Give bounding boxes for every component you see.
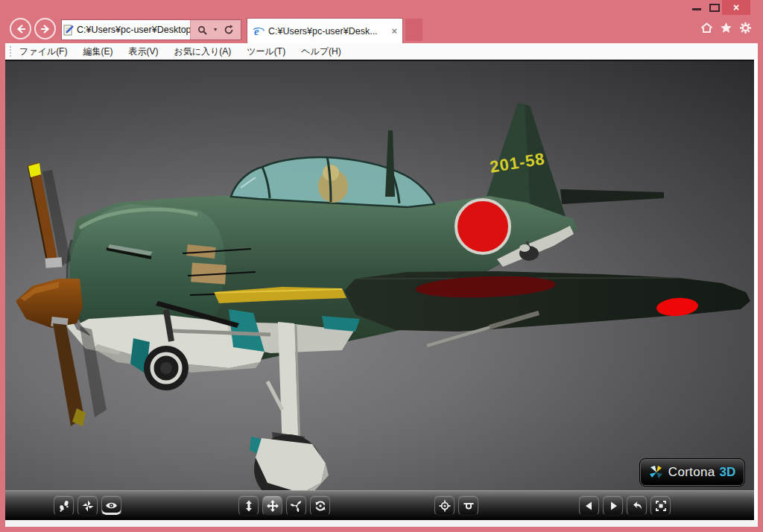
antenna-mast [385,130,395,197]
walk-icon [58,500,70,512]
tab-title: C:¥Users¥pc-user¥Desk... [268,26,387,37]
cortona-3d-text: 3D [719,465,735,480]
browser-tab[interactable]: e C:¥Users¥pc-user¥Desk... × [247,18,403,43]
back-arrow-icon [15,23,27,35]
forward-button[interactable] [34,18,56,39]
settings-gear-icon[interactable] [739,22,752,34]
examine-button[interactable] [101,495,121,516]
menu-edit[interactable]: 編集(E) [81,44,114,60]
favorites-star-icon[interactable] [720,22,732,34]
viewer-3d-scene[interactable]: 201-58 [5,60,754,490]
next-view-icon [607,500,619,512]
search-dropdown-caret-icon[interactable]: ▾ [214,27,217,33]
address-input[interactable]: C:¥Users¥pc-user¥Desktop¥s [75,25,190,35]
toolbar-group-movement [238,495,330,516]
toolbar-group-navigation-mode [54,495,121,516]
new-tab-button[interactable] [405,19,422,41]
pan-button[interactable] [262,495,282,516]
menu-file[interactable]: ファイル(F) [18,44,69,60]
seek-icon [439,500,451,512]
restore-view-button[interactable] [627,495,647,516]
tailwheel-cover [519,244,530,252]
document-page-icon [62,25,75,36]
fit-window-icon [655,500,667,512]
fuselage-roundel [456,200,510,253]
raise-lower-icon [243,500,255,512]
prop-hub-collar-top [45,257,63,268]
viewer-area: 201-58 [5,60,758,520]
pan-icon [267,500,279,512]
roll-button[interactable] [310,495,330,516]
status-bar [5,520,758,527]
cortona-brand-text: Cortona [668,465,715,480]
viewer-toolbar [5,490,754,520]
internet-explorer-icon: e [253,25,265,37]
seek-button[interactable] [434,495,455,516]
cortona3d-pinwheel-icon [649,465,664,480]
maximize-button[interactable] [709,4,720,12]
address-bar[interactable]: C:¥Users¥pc-user¥Desktop¥s ▾ [61,19,241,40]
cortona3d-logo: Cortona3D [640,459,744,486]
fit-window-button[interactable] [650,495,671,516]
raise-lower-button[interactable] [238,495,259,516]
turn-button[interactable] [286,495,306,516]
turn-icon [291,500,303,512]
menu-bar: ファイル(F) 編集(E) 表示(V) お気に入り(A) ツール(T) ヘルプ(… [5,43,758,60]
toolbar-group-viewpoints [579,495,671,516]
roll-icon [314,500,326,512]
close-button[interactable]: × [722,0,750,15]
browser-window: C:¥Users¥pc-user¥Desktop¥s ▾ e C:¥Users¥… [0,0,763,532]
forward-arrow-icon [39,23,51,35]
home-icon[interactable] [700,22,713,34]
menu-favorites[interactable]: お気に入り(A) [172,44,232,60]
minimize-button[interactable] [692,8,701,10]
tab-close-icon[interactable]: × [391,25,397,37]
aircraft-model[interactable]: 201-58 [5,61,754,490]
tailplane [560,189,664,204]
back-button[interactable] [10,18,31,39]
next-view-button[interactable] [603,495,623,516]
straighten-icon [463,500,475,512]
straighten-button[interactable] [458,495,478,516]
walk-button[interactable] [54,495,74,516]
fly-icon [82,500,94,512]
menu-help[interactable]: ヘルプ(H) [300,44,343,60]
address-bar-tools: ▾ [190,20,241,39]
search-icon[interactable] [197,25,207,35]
page-margin-strip [754,60,758,520]
svg-text:e: e [254,25,259,37]
previous-view-icon [583,500,595,512]
refresh-icon[interactable] [224,25,234,35]
menu-tools[interactable]: ツール(T) [245,44,287,60]
toolbar-grip[interactable] [10,46,12,57]
menu-view[interactable]: 表示(V) [127,44,159,60]
title-bar: C:¥Users¥pc-user¥Desktop¥s ▾ e C:¥Users¥… [0,0,763,43]
examine-eye-icon [105,501,118,510]
fly-button[interactable] [77,495,98,516]
restore-view-icon [631,500,643,512]
previous-view-button[interactable] [579,495,599,516]
toolbar-group-view [434,495,478,516]
port-gear-hub [160,362,172,374]
